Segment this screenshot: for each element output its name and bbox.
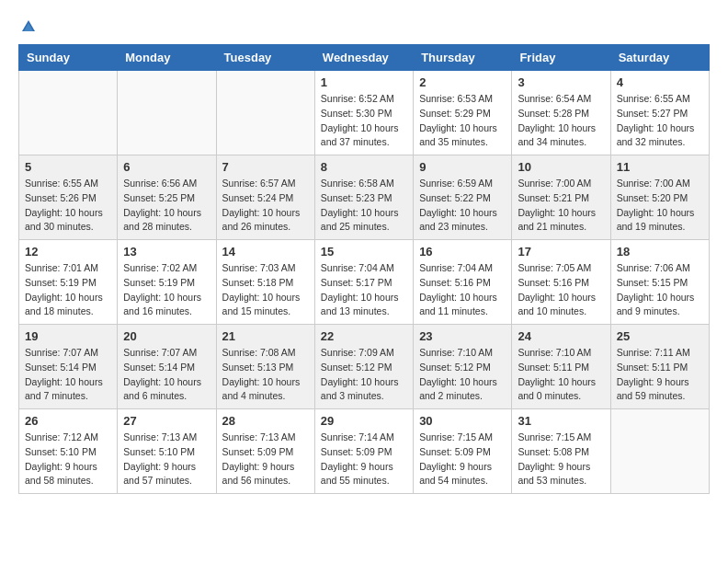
weekday-header-wednesday: Wednesday	[314, 45, 413, 71]
day-info: Sunrise: 7:01 AMSunset: 5:19 PMDaylight:…	[25, 261, 111, 319]
calendar-cell: 28Sunrise: 7:13 AMSunset: 5:09 PMDayligh…	[216, 409, 314, 494]
calendar-cell: 22Sunrise: 7:09 AMSunset: 5:12 PMDayligh…	[314, 325, 413, 409]
calendar-cell	[118, 71, 216, 155]
calendar-cell	[216, 71, 314, 155]
calendar-cell: 4Sunrise: 6:55 AMSunset: 5:27 PMDaylight…	[610, 71, 709, 155]
calendar-week-row: 12Sunrise: 7:01 AMSunset: 5:19 PMDayligh…	[19, 240, 710, 325]
weekday-header-friday: Friday	[512, 45, 610, 71]
calendar-cell: 8Sunrise: 6:58 AMSunset: 5:23 PMDaylight…	[314, 155, 413, 240]
day-number: 22	[321, 329, 407, 343]
day-number: 24	[518, 329, 604, 343]
calendar-cell: 19Sunrise: 7:07 AMSunset: 5:14 PMDayligh…	[19, 325, 118, 409]
calendar-cell: 31Sunrise: 7:15 AMSunset: 5:08 PMDayligh…	[512, 409, 610, 494]
day-info: Sunrise: 6:53 AMSunset: 5:29 PMDaylight:…	[419, 92, 506, 150]
calendar-cell: 16Sunrise: 7:04 AMSunset: 5:16 PMDayligh…	[414, 240, 512, 325]
day-number: 25	[617, 329, 703, 343]
day-info: Sunrise: 7:13 AMSunset: 5:10 PMDaylight:…	[123, 431, 210, 488]
day-info: Sunrise: 7:13 AMSunset: 5:09 PMDaylight:…	[222, 431, 309, 488]
day-info: Sunrise: 6:57 AMSunset: 5:24 PMDaylight:…	[222, 177, 309, 235]
calendar-cell: 29Sunrise: 7:14 AMSunset: 5:09 PMDayligh…	[314, 409, 413, 494]
logo-icon	[20, 18, 37, 35]
calendar-cell: 1Sunrise: 6:52 AMSunset: 5:30 PMDaylight…	[314, 71, 413, 155]
day-number: 19	[25, 329, 111, 343]
day-number: 21	[222, 329, 309, 343]
day-info: Sunrise: 7:10 AMSunset: 5:11 PMDaylight:…	[518, 346, 604, 404]
day-number: 16	[419, 245, 506, 259]
calendar-cell: 13Sunrise: 7:02 AMSunset: 5:19 PMDayligh…	[118, 240, 216, 325]
calendar-week-row: 5Sunrise: 6:55 AMSunset: 5:26 PMDaylight…	[19, 155, 710, 240]
weekday-header-sunday: Sunday	[19, 45, 118, 71]
day-number: 1	[321, 75, 407, 89]
day-info: Sunrise: 7:00 AMSunset: 5:20 PMDaylight:…	[617, 177, 703, 235]
day-info: Sunrise: 6:55 AMSunset: 5:27 PMDaylight:…	[617, 92, 703, 150]
day-number: 15	[321, 245, 407, 259]
day-info: Sunrise: 7:08 AMSunset: 5:13 PMDaylight:…	[222, 346, 309, 404]
day-number: 10	[518, 160, 604, 174]
day-info: Sunrise: 7:15 AMSunset: 5:08 PMDaylight:…	[518, 431, 604, 488]
day-info: Sunrise: 7:06 AMSunset: 5:15 PMDaylight:…	[617, 261, 703, 319]
calendar-cell: 15Sunrise: 7:04 AMSunset: 5:17 PMDayligh…	[314, 240, 413, 325]
day-info: Sunrise: 7:04 AMSunset: 5:17 PMDaylight:…	[321, 261, 407, 319]
day-number: 8	[321, 160, 407, 174]
calendar-cell: 5Sunrise: 6:55 AMSunset: 5:26 PMDaylight…	[19, 155, 118, 240]
calendar-cell: 25Sunrise: 7:11 AMSunset: 5:11 PMDayligh…	[610, 325, 709, 409]
day-number: 11	[617, 160, 703, 174]
day-info: Sunrise: 6:55 AMSunset: 5:26 PMDaylight:…	[25, 177, 111, 235]
day-info: Sunrise: 7:07 AMSunset: 5:14 PMDaylight:…	[123, 346, 210, 404]
calendar-cell: 23Sunrise: 7:10 AMSunset: 5:12 PMDayligh…	[414, 325, 512, 409]
day-number: 23	[419, 329, 506, 343]
weekday-header-thursday: Thursday	[414, 45, 512, 71]
day-number: 31	[518, 414, 604, 428]
calendar-week-row: 26Sunrise: 7:12 AMSunset: 5:10 PMDayligh…	[19, 409, 710, 494]
day-number: 20	[123, 329, 210, 343]
day-info: Sunrise: 7:03 AMSunset: 5:18 PMDaylight:…	[222, 261, 309, 319]
day-number: 4	[617, 75, 703, 89]
day-info: Sunrise: 6:56 AMSunset: 5:25 PMDaylight:…	[123, 177, 210, 235]
weekday-header-monday: Monday	[118, 45, 216, 71]
day-number: 29	[321, 414, 407, 428]
day-number: 7	[222, 160, 309, 174]
calendar-cell: 3Sunrise: 6:54 AMSunset: 5:28 PMDaylight…	[512, 71, 610, 155]
day-number: 2	[419, 75, 506, 89]
day-number: 28	[222, 414, 309, 428]
calendar-cell: 27Sunrise: 7:13 AMSunset: 5:10 PMDayligh…	[118, 409, 216, 494]
calendar-cell: 26Sunrise: 7:12 AMSunset: 5:10 PMDayligh…	[19, 409, 118, 494]
calendar-cell: 6Sunrise: 6:56 AMSunset: 5:25 PMDaylight…	[118, 155, 216, 240]
calendar-cell: 30Sunrise: 7:15 AMSunset: 5:09 PMDayligh…	[414, 409, 512, 494]
day-number: 27	[123, 414, 210, 428]
day-info: Sunrise: 7:10 AMSunset: 5:12 PMDaylight:…	[419, 346, 506, 404]
logo	[18, 18, 37, 35]
calendar-week-row: 19Sunrise: 7:07 AMSunset: 5:14 PMDayligh…	[19, 325, 710, 409]
calendar-cell: 2Sunrise: 6:53 AMSunset: 5:29 PMDaylight…	[414, 71, 512, 155]
day-info: Sunrise: 7:15 AMSunset: 5:09 PMDaylight:…	[419, 431, 506, 488]
calendar: SundayMondayTuesdayWednesdayThursdayFrid…	[18, 44, 710, 494]
day-info: Sunrise: 6:54 AMSunset: 5:28 PMDaylight:…	[518, 92, 604, 150]
day-info: Sunrise: 7:00 AMSunset: 5:21 PMDaylight:…	[518, 177, 604, 235]
weekday-header-saturday: Saturday	[610, 45, 709, 71]
calendar-cell: 21Sunrise: 7:08 AMSunset: 5:13 PMDayligh…	[216, 325, 314, 409]
day-number: 9	[419, 160, 506, 174]
day-info: Sunrise: 6:59 AMSunset: 5:22 PMDaylight:…	[419, 177, 506, 235]
day-number: 26	[25, 414, 111, 428]
day-number: 13	[123, 245, 210, 259]
calendar-cell: 7Sunrise: 6:57 AMSunset: 5:24 PMDaylight…	[216, 155, 314, 240]
calendar-week-row: 1Sunrise: 6:52 AMSunset: 5:30 PMDaylight…	[19, 71, 710, 155]
calendar-cell: 10Sunrise: 7:00 AMSunset: 5:21 PMDayligh…	[512, 155, 610, 240]
header	[18, 18, 710, 35]
calendar-cell: 17Sunrise: 7:05 AMSunset: 5:16 PMDayligh…	[512, 240, 610, 325]
day-number: 30	[419, 414, 506, 428]
calendar-cell: 20Sunrise: 7:07 AMSunset: 5:14 PMDayligh…	[118, 325, 216, 409]
day-number: 14	[222, 245, 309, 259]
day-info: Sunrise: 6:52 AMSunset: 5:30 PMDaylight:…	[321, 92, 407, 150]
day-info: Sunrise: 7:12 AMSunset: 5:10 PMDaylight:…	[25, 431, 111, 488]
day-info: Sunrise: 7:05 AMSunset: 5:16 PMDaylight:…	[518, 261, 604, 319]
calendar-cell	[19, 71, 118, 155]
day-info: Sunrise: 7:09 AMSunset: 5:12 PMDaylight:…	[321, 346, 407, 404]
day-number: 12	[25, 245, 111, 259]
calendar-cell: 18Sunrise: 7:06 AMSunset: 5:15 PMDayligh…	[610, 240, 709, 325]
day-info: Sunrise: 6:58 AMSunset: 5:23 PMDaylight:…	[321, 177, 407, 235]
calendar-cell: 24Sunrise: 7:10 AMSunset: 5:11 PMDayligh…	[512, 325, 610, 409]
day-info: Sunrise: 7:11 AMSunset: 5:11 PMDaylight:…	[617, 346, 703, 404]
day-number: 6	[123, 160, 210, 174]
calendar-cell: 9Sunrise: 6:59 AMSunset: 5:22 PMDaylight…	[414, 155, 512, 240]
